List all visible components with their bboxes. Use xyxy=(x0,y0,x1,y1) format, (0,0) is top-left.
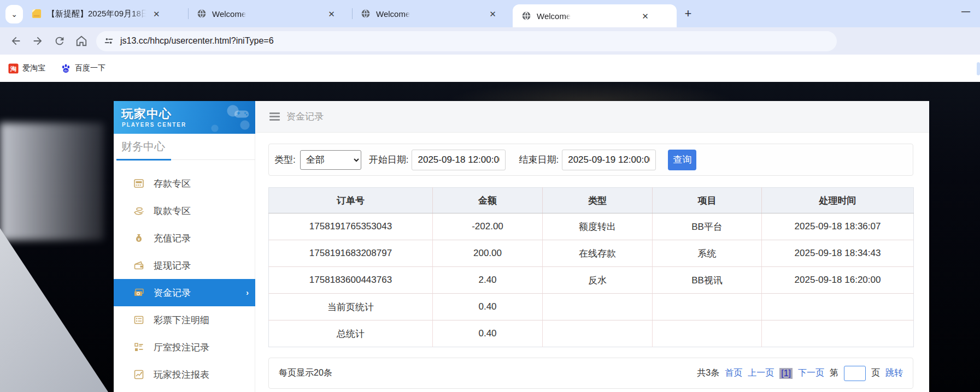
column-header-amount: 金额 xyxy=(433,188,543,213)
user-center-panel: 玩家中心 PLAYERS CENTER 财务中心 xyxy=(114,101,929,392)
table-header-row: 订单号 金额 类型 项目 处理时间 xyxy=(269,188,914,213)
browser-tab-2[interactable]: Welcome ✕ xyxy=(192,0,350,27)
sidebar-item-deposit-zone[interactable]: 存款专区 xyxy=(114,170,255,197)
url-text[interactable]: js13.cc/hhcp/usercenter.html?iniType=6 xyxy=(120,36,274,46)
background-light-streak xyxy=(0,123,104,240)
cell-order-no: 1758183600443763 xyxy=(269,267,433,294)
search-button[interactable]: 查询 xyxy=(668,150,696,170)
list-icon xyxy=(133,314,144,325)
browser-tab-1[interactable]: 【新提醒】2025年09月18日 2 ✕ xyxy=(26,0,186,27)
browser-tab-4-active[interactable]: Welcome ✕ xyxy=(513,4,677,27)
menu-burger-icon[interactable] xyxy=(269,112,280,121)
background-triangle-shape xyxy=(0,228,108,392)
svg-text:du: du xyxy=(64,69,67,72)
browser-tab-3[interactable]: Welcome ✕ xyxy=(356,0,509,27)
cell-type: 额度转出 xyxy=(543,213,653,240)
forward-icon[interactable] xyxy=(32,35,44,47)
jump-prefix-text: 第 xyxy=(830,367,838,379)
note-icon xyxy=(32,9,42,19)
page-title: 资金记录 xyxy=(286,110,324,123)
type-select[interactable]: 全部 xyxy=(300,150,361,170)
sidebar-item-fund-records[interactable]: 资金记录 › xyxy=(114,279,255,306)
taobao-icon: 淘 xyxy=(8,63,19,74)
table-row-page-summary: 当前页统计 0.40 xyxy=(269,294,914,320)
page-background: 玩家中心 PLAYERS CENTER 财务中心 xyxy=(0,82,980,392)
sidebar-item-label: 提现记录 xyxy=(154,259,191,272)
tab-close-icon[interactable]: ✕ xyxy=(153,10,160,18)
deposit-card-icon xyxy=(133,178,144,189)
globe-icon xyxy=(361,9,371,19)
column-header-order-no: 订单号 xyxy=(269,188,433,213)
bookmarks-bar: 淘 爱淘宝 du 百度一下 xyxy=(0,55,980,82)
players-center-title: 玩家中心 xyxy=(121,106,172,122)
tab-search-caret-button[interactable]: ⌄ xyxy=(5,5,23,23)
globe-icon xyxy=(197,9,207,19)
start-date-label: 开始日期: xyxy=(369,153,409,166)
sidebar-item-lottery-bet-details[interactable]: 彩票下注明细 xyxy=(114,306,255,334)
sidebar-item-label: 取款专区 xyxy=(154,205,191,217)
cell-empty xyxy=(543,294,653,320)
cell-type: 反水 xyxy=(543,267,653,294)
sidebar-item-player-bet-report[interactable]: 玩家投注报表 xyxy=(114,361,255,388)
cell-empty xyxy=(653,320,762,347)
chevron-right-icon: › xyxy=(246,288,249,297)
sidebar: 玩家中心 PLAYERS CENTER 财务中心 xyxy=(114,101,255,392)
jump-suffix-text: 页 xyxy=(871,367,880,379)
column-header-project: 项目 xyxy=(653,188,762,213)
cell-time: 2025-09-18 16:20:00 xyxy=(762,267,914,294)
sidebar-item-room-bet-records[interactable]: 厅室投注记录 xyxy=(114,334,255,361)
cell-empty xyxy=(653,294,762,320)
cell-time: 2025-09-18 18:36:07 xyxy=(762,213,914,240)
address-bar[interactable]: js13.cc/hhcp/usercenter.html?iniType=6 xyxy=(96,31,837,51)
sidebar-divider-accent xyxy=(116,159,171,161)
start-date-input[interactable] xyxy=(412,150,506,170)
tab-separator xyxy=(352,8,353,19)
column-header-type: 类型 xyxy=(543,188,653,213)
tab-close-icon[interactable]: ✕ xyxy=(489,10,496,18)
sidebar-item-withdraw-zone[interactable]: 取款专区 xyxy=(114,197,255,224)
jump-link[interactable]: 跳转 xyxy=(885,367,903,379)
type-label: 类型: xyxy=(274,153,296,166)
page-size-text: 每页显示20条 xyxy=(279,367,332,379)
home-icon[interactable] xyxy=(75,35,87,47)
tab-close-icon[interactable]: ✕ xyxy=(328,10,335,18)
site-settings-icon[interactable] xyxy=(104,36,114,46)
tab-title: 【新提醒】2025年09月18日 2 xyxy=(47,9,146,19)
banknotes-icon xyxy=(133,287,144,298)
current-page-indicator: [1] xyxy=(779,368,793,379)
bookmark-baidu[interactable]: du 百度一下 xyxy=(61,63,105,74)
players-center-subtitle: PLAYERS CENTER xyxy=(122,122,186,128)
first-page-link[interactable]: 首页 xyxy=(725,367,742,379)
sidebar-item-withdrawal-records[interactable]: 提现记录 xyxy=(114,252,255,279)
page-scrollbar[interactable] xyxy=(977,62,980,75)
tab-title: Welcome xyxy=(376,9,410,19)
reload-icon[interactable] xyxy=(54,35,66,47)
end-date-label: 结束日期: xyxy=(519,153,559,166)
cell-type: 在线存款 xyxy=(543,240,653,267)
cell-amount: 0.40 xyxy=(433,294,543,320)
content-header: 资金记录 xyxy=(256,101,929,133)
end-date-input[interactable] xyxy=(562,150,656,170)
prev-page-link[interactable]: 上一页 xyxy=(748,367,774,379)
gamepad-icon xyxy=(233,105,250,122)
next-page-link[interactable]: 下一页 xyxy=(798,367,824,379)
sidebar-item-recharge-records[interactable]: ¥ 充值记录 xyxy=(114,224,255,252)
table-row: 1758191683208797 200.00 在线存款 系统 2025-09-… xyxy=(269,240,914,267)
checklist-icon xyxy=(133,342,144,353)
sidebar-section-title: 财务中心 xyxy=(121,139,165,154)
new-tab-button[interactable]: + xyxy=(680,6,696,21)
window-minimize-button[interactable]: — xyxy=(961,7,970,16)
sidebar-menu: 存款专区 取款专区 ¥ 充值记录 xyxy=(114,170,255,388)
browser-tab-strip: ⌄ 【新提醒】2025年09月18日 2 ✕ Welcome ✕ Welcome… xyxy=(0,0,980,27)
tab-close-icon[interactable]: ✕ xyxy=(642,12,649,20)
cell-amount: 0.40 xyxy=(433,320,543,347)
sidebar-item-label: 充值记录 xyxy=(154,232,191,245)
sidebar-item-label: 玩家投注报表 xyxy=(154,369,209,381)
page-number-input[interactable] xyxy=(844,366,866,381)
bookmark-taobao[interactable]: 淘 爱淘宝 xyxy=(8,63,45,74)
bookmark-label: 爱淘宝 xyxy=(22,63,45,73)
svg-text:淘: 淘 xyxy=(10,65,16,72)
cell-time: 2025-09-18 18:34:43 xyxy=(762,240,914,267)
back-icon[interactable] xyxy=(10,35,22,47)
cell-summary-label: 总统计 xyxy=(269,320,433,347)
